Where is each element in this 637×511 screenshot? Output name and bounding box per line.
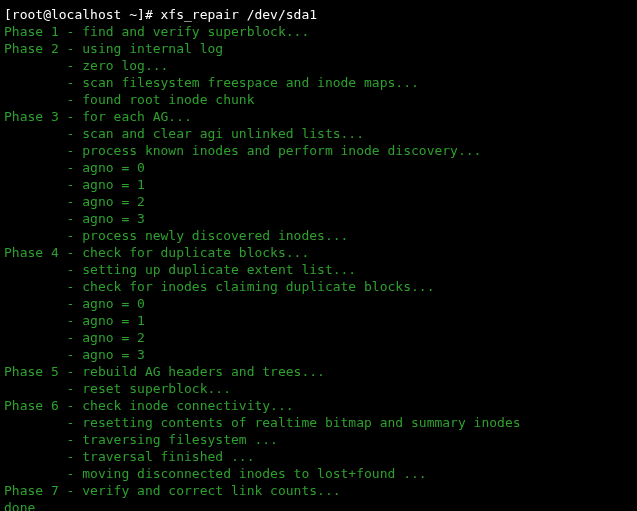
prompt-path: ~ [129,7,137,22]
output-line: - agno = 3 [4,347,145,362]
output-line: Phase 4 - check for duplicate blocks... [4,245,309,260]
output-line: - traversing filesystem ... [4,432,278,447]
prompt-user-host: [root@localhost [4,7,129,22]
output-line: - process newly discovered inodes... [4,228,348,243]
output-line: - reset superblock... [4,381,231,396]
output-line: - moving disconnected inodes to lost+fou… [4,466,427,481]
command-text: xfs_repair /dev/sda1 [161,7,318,22]
output-line: - agno = 0 [4,296,145,311]
output-line: - setting up duplicate extent list... [4,262,356,277]
output-line: Phase 2 - using internal log [4,41,223,56]
output-line: Phase 1 - find and verify superblock... [4,24,309,39]
output-line: - zero log... [4,58,168,73]
output-line: - agno = 0 [4,160,145,175]
output-line: Phase 5 - rebuild AG headers and trees..… [4,364,325,379]
output-line: - process known inodes and perform inode… [4,143,481,158]
output-line: - found root inode chunk [4,92,254,107]
output-line: - agno = 3 [4,211,145,226]
output-line: - agno = 1 [4,177,145,192]
prompt-line-1: [root@localhost ~]# xfs_repair /dev/sda1 [4,7,317,22]
output-line: - check for inodes claiming duplicate bl… [4,279,434,294]
output-line: done [4,500,35,511]
output-line: - agno = 2 [4,330,145,345]
output-line: Phase 7 - verify and correct link counts… [4,483,341,498]
prompt-suffix: ]# [137,7,160,22]
output-line: Phase 6 - check inode connectivity... [4,398,294,413]
terminal[interactable]: [root@localhost ~]# xfs_repair /dev/sda1… [0,0,637,511]
output-line: - traversal finished ... [4,449,254,464]
output-line: - scan and clear agi unlinked lists... [4,126,364,141]
output-line: - resetting contents of realtime bitmap … [4,415,521,430]
output-line: - agno = 1 [4,313,145,328]
output-line: - agno = 2 [4,194,145,209]
output-line: Phase 3 - for each AG... [4,109,192,124]
output-line: - scan filesystem freespace and inode ma… [4,75,419,90]
